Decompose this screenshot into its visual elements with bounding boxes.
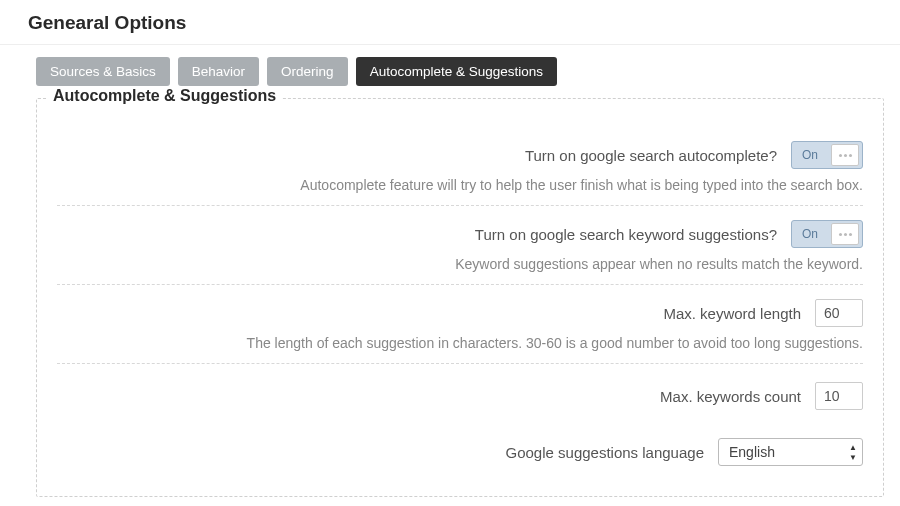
- row-max-keywords-count: Max. keywords count: [57, 364, 863, 420]
- toggle-knob-icon: [831, 223, 859, 245]
- page-title: Genearal Options: [0, 0, 900, 45]
- select-language-wrap: English ▲▼: [718, 438, 863, 466]
- desc-keyword-suggestions: Keyword suggestions appear when no resul…: [57, 256, 863, 272]
- toggle-autocomplete-state: On: [792, 148, 828, 162]
- tab-ordering[interactable]: Ordering: [267, 57, 348, 86]
- row-keyword-suggestions-main: Turn on google search keyword suggestion…: [475, 220, 863, 248]
- row-keyword-suggestions: Turn on google search keyword suggestion…: [57, 206, 863, 285]
- input-max-keywords-count[interactable]: [815, 382, 863, 410]
- fieldset-legend: Autocomplete & Suggestions: [47, 87, 282, 105]
- row-autocomplete-main: Turn on google search autocomplete? On: [525, 141, 863, 169]
- input-max-keyword-length[interactable]: [815, 299, 863, 327]
- tab-autocomplete-suggestions[interactable]: Autocomplete & Suggestions: [356, 57, 557, 86]
- desc-autocomplete: Autocomplete feature will try to help th…: [57, 177, 863, 193]
- label-max-keywords-count: Max. keywords count: [660, 388, 801, 405]
- label-autocomplete: Turn on google search autocomplete?: [525, 147, 777, 164]
- row-max-keyword-length-main: Max. keyword length: [663, 299, 863, 327]
- label-language: Google suggestions language: [506, 444, 705, 461]
- label-max-keyword-length: Max. keyword length: [663, 305, 801, 322]
- content-wrap: Sources & Basics Behavior Ordering Autoc…: [0, 45, 900, 497]
- row-max-keyword-length: Max. keyword length The length of each s…: [57, 285, 863, 364]
- row-language: Google suggestions language English ▲▼: [57, 420, 863, 476]
- tab-sources-basics[interactable]: Sources & Basics: [36, 57, 170, 86]
- row-autocomplete: Turn on google search autocomplete? On A…: [57, 127, 863, 206]
- toggle-knob-icon: [831, 144, 859, 166]
- label-keyword-suggestions: Turn on google search keyword suggestion…: [475, 226, 777, 243]
- tab-behavior[interactable]: Behavior: [178, 57, 259, 86]
- toggle-autocomplete[interactable]: On: [791, 141, 863, 169]
- autocomplete-fieldset: Autocomplete & Suggestions Turn on googl…: [36, 98, 884, 497]
- desc-max-keyword-length: The length of each suggestion in charact…: [57, 335, 863, 351]
- select-language[interactable]: English: [718, 438, 863, 466]
- toggle-keyword-suggestions[interactable]: On: [791, 220, 863, 248]
- toggle-keyword-suggestions-state: On: [792, 227, 828, 241]
